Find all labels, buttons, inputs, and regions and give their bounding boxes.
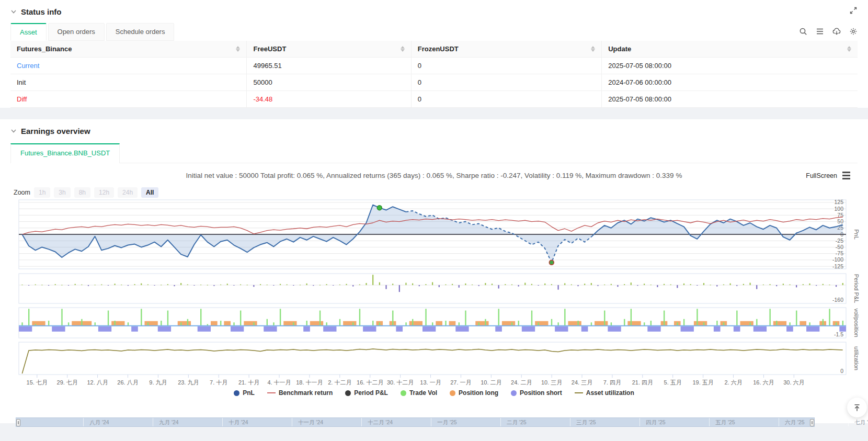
legend-item-pnl[interactable]: PnL [234,389,255,397]
svg-text:vol/position: vol/position [853,308,860,337]
earnings-tabs-bar: Futures_Binance.BNB_USDT [10,143,858,163]
navigator-separator [779,418,779,426]
navigator-month-label: 十月 '24 [229,419,248,426]
legend-item-trade-vol[interactable]: Trade Vol [401,389,437,397]
tab-schedule-orders[interactable]: Schedule orders [106,23,175,41]
svg-text:21. 四月: 21. 四月 [632,379,653,385]
navigator-separator [361,418,362,426]
status-panel-header: Status info [10,5,858,18]
diff-frozen-usdt: 0 [411,91,602,108]
sorter-icon[interactable] [236,46,240,52]
svg-text:125: 125 [834,199,843,205]
legend-item-period-p-l[interactable]: Period P&L [345,389,388,397]
navigator-separator [570,418,570,426]
chart-menu-icon[interactable] [842,172,850,179]
legend-item-position-short[interactable]: Position short [511,389,562,397]
zoom-1h-button[interactable]: 1h [34,187,50,198]
navigator-separator [500,418,501,426]
svg-text:16. 十二月: 16. 十二月 [357,379,383,385]
legend-label: PnL [243,389,255,397]
asset-table: Futures_Binance FreeUSDT FrozenUSDT Upda… [10,41,858,108]
svg-text:12. 八月: 12. 八月 [87,379,108,385]
back-to-top-icon [852,403,862,412]
chart-title: Initial net value : 50000 Total profit: … [10,172,858,179]
svg-text:-75: -75 [836,250,843,256]
unordered-list-icon[interactable] [816,27,824,36]
navigator-right-handle[interactable] [810,419,814,426]
navigator-separator [83,418,84,426]
column-header-futures-binance[interactable]: Futures_Binance [10,41,247,58]
navigator-left-handle[interactable] [16,419,20,426]
legend-marker-icon [401,390,406,396]
table-header-row: Futures_Binance FreeUSDT FrozenUSDT Upda… [10,41,858,58]
earnings-panel-title: Earnings overview [21,127,90,135]
chart-navigator[interactable]: 八月 '24九月 '24十月 '24十一月 '24十二月 '24一月 '25二月… [16,417,815,427]
svg-text:27. 一月: 27. 一月 [450,379,471,385]
search-icon[interactable] [799,27,807,36]
navigator-separator [292,418,292,426]
svg-text:50: 50 [837,218,843,224]
settings-gear-icon[interactable] [849,27,858,36]
legend-marker-icon [234,390,239,396]
sorter-icon[interactable] [847,46,851,52]
svg-text:-100: -100 [832,256,843,263]
table-row-diff: Diff -34.48 0 2025-07-05 08:00:00 [10,91,858,108]
svg-text:15. 七月: 15. 七月 [27,379,48,385]
svg-text:9. 九月: 9. 九月 [149,379,167,385]
svg-text:0: 0 [840,368,843,374]
column-header-update[interactable]: Update [602,41,858,58]
svg-text:23. 九月: 23. 九月 [178,379,199,385]
range-selector: Zoom 1h 3h 8h 12h 24h All [14,187,858,198]
legend-item-benchmark-return[interactable]: Benchmark return [267,389,333,397]
fullscreen-icon[interactable] [849,6,858,15]
back-to-top-button[interactable] [847,398,867,417]
column-header-frozen-usdt[interactable]: FrozenUSDT [411,41,602,58]
collapse-chevron-icon[interactable] [10,8,17,15]
column-header-free-usdt[interactable]: FreeUSDT [247,41,411,58]
zoom-24h-button[interactable]: 24h [118,187,138,198]
legend-label: Period P&L [354,389,388,397]
navigator-separator [222,418,223,426]
zoom-8h-button[interactable]: 8h [74,187,90,198]
svg-text:utilization: utilization [853,346,860,370]
tab-asset[interactable]: Asset [10,23,47,41]
diff-label: Diff [17,95,27,103]
tab-open-orders[interactable]: Open orders [48,23,105,41]
collapse-chevron-icon[interactable] [10,128,17,134]
legend-item-asset-utilization[interactable]: Asset utilization [575,389,634,397]
table-row-init: Init 50000 0 2024-07-06 00:00:00 [10,74,858,91]
fullscreen-button[interactable]: FullScreen [806,172,837,179]
earnings-chart[interactable]: 1251007550250-25-50-75-100-125PnL-160Per… [10,199,866,385]
sorter-icon[interactable] [401,46,405,52]
svg-text:7. 十月: 7. 十月 [210,379,227,385]
current-free-usdt: 49965.51 [247,58,411,74]
navigator-separator [709,418,710,426]
zoom-all-button[interactable]: All [141,187,158,198]
earnings-overview-panel: Earnings overview Futures_Binance.BNB_US… [0,119,868,423]
svg-text:16. 六月: 16. 六月 [753,379,774,385]
legend-marker-icon [450,390,455,396]
svg-text:7. 四月: 7. 四月 [603,379,621,385]
svg-text:5. 五月: 5. 五月 [664,379,682,385]
navigator-month-label: 九月 '24 [159,419,179,426]
status-info-panel: Status info Asset Open orders Schedule o… [0,0,868,108]
navigator-month-label: 八月 '24 [89,419,109,426]
navigator-month-label: 三月 '25 [576,419,596,426]
init-label: Init [10,74,247,91]
svg-text:100: 100 [834,206,843,212]
svg-text:-50: -50 [836,244,843,250]
zoom-3h-button[interactable]: 3h [54,187,70,198]
navigator-separator [431,418,431,426]
sorter-icon[interactable] [591,46,595,52]
legend-item-position-long[interactable]: Position long [450,389,498,397]
navigator-separator [153,418,153,426]
navigator-separator [639,418,640,426]
legend-label: Benchmark return [279,389,333,397]
cloud-download-icon[interactable] [832,27,841,36]
status-panel-title: Status info [21,7,62,16]
zoom-label: Zoom [14,189,30,196]
current-link[interactable]: Current [17,62,39,70]
tab-futures-binance-bnb-usdt[interactable]: Futures_Binance.BNB_USDT [10,143,120,163]
svg-text:PnL: PnL [853,229,860,240]
zoom-12h-button[interactable]: 12h [94,187,114,198]
